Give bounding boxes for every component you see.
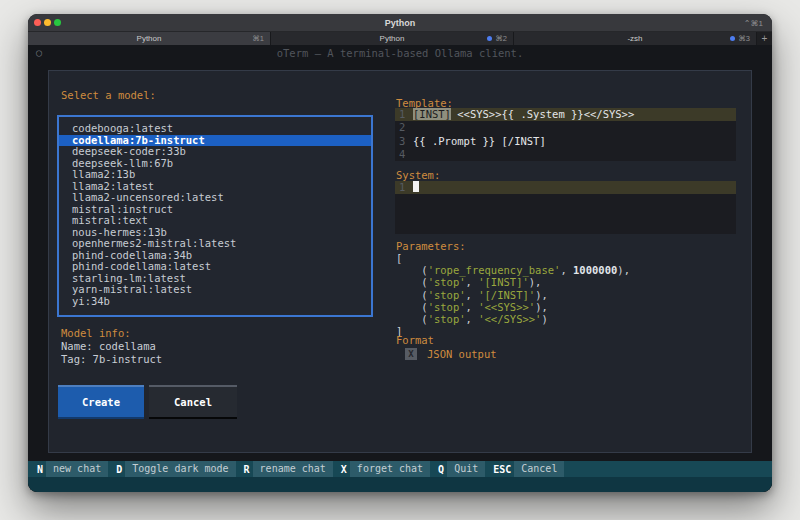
tab-label: Python xyxy=(380,34,405,43)
editor-text: <<SYS>>{{ .System }}<</SYS>> xyxy=(451,108,634,120)
param-punct: , xyxy=(466,276,479,288)
spinner-icon: ○ xyxy=(36,47,42,58)
model-list-item[interactable]: yi:34b xyxy=(59,296,371,308)
system-editor[interactable]: 1 xyxy=(395,181,736,234)
format-label: Format xyxy=(396,334,434,346)
param-string: 'stop' xyxy=(428,276,466,288)
json-output-label: JSON output xyxy=(427,348,497,360)
footer-binding-forget-chat[interactable]: Xforget chat xyxy=(338,461,430,477)
parameter-line: ('rope_frequency_base', 1000000), xyxy=(396,264,737,276)
tab-activity-dot-icon xyxy=(730,36,735,41)
param-string: 'rope_frequency_base' xyxy=(428,264,561,276)
footer-binding-toggle-dark-mode[interactable]: DToggle dark mode xyxy=(113,461,235,477)
footer-description: rename chat xyxy=(253,461,333,477)
tab-shortcut: ⌘3 xyxy=(738,34,750,43)
editor-text: {{ .Prompt }} [/INST] xyxy=(413,135,546,147)
footer-keybar: Nnew chatDToggle dark modeRrename chatXf… xyxy=(28,461,772,477)
tab-shortcut: ⌘1 xyxy=(252,34,264,43)
footer-key: D xyxy=(113,464,125,475)
footer-binding-new-chat[interactable]: Nnew chat xyxy=(34,461,108,477)
param-string: 'stop' xyxy=(428,301,466,313)
footer-key: ESC xyxy=(490,464,514,475)
line-number: 1 xyxy=(395,181,413,194)
model-list[interactable]: codebooga:latestcodellama:7b-instructdee… xyxy=(57,115,373,317)
footer-description: forget chat xyxy=(350,461,430,477)
close-window-button[interactable] xyxy=(34,19,41,26)
minimize-window-button[interactable] xyxy=(44,19,51,26)
model-info-label: Model info: xyxy=(61,327,131,339)
editor-line: 1 xyxy=(395,181,736,194)
footer-binding-rename-chat[interactable]: Rrename chat xyxy=(241,461,333,477)
model-list-item[interactable]: deepseek-coder:33b xyxy=(59,146,371,158)
parameters-label: Parameters: xyxy=(396,240,466,252)
param-punct: ), xyxy=(535,301,548,313)
footer-description: new chat xyxy=(46,461,108,477)
param-number: 1000000 xyxy=(573,264,617,276)
footer-description: Quit xyxy=(447,461,485,477)
select-model-label: Select a model: xyxy=(61,89,156,101)
model-list-item[interactable]: yarn-mistral:latest xyxy=(59,284,371,296)
json-output-option[interactable]: X JSON output xyxy=(405,348,497,360)
json-output-checkbox[interactable]: X xyxy=(405,348,417,360)
param-string: 'stop' xyxy=(428,289,466,301)
template-editor[interactable]: 1[INST] <<SYS>>{{ .System }}<</SYS>>23{{… xyxy=(395,108,736,161)
param-punct: [ xyxy=(396,252,402,264)
cancel-button[interactable]: Cancel xyxy=(149,385,237,419)
editor-line: 3{{ .Prompt }} [/INST] xyxy=(395,135,736,148)
model-list-item[interactable]: codebooga:latest xyxy=(59,123,371,135)
window-shortcut-hint: ⌃⌘1 xyxy=(744,19,763,28)
tab-meta: ⌘1 xyxy=(252,34,264,43)
param-punct: ), xyxy=(529,276,542,288)
footer-description: Toggle dark mode xyxy=(125,461,235,477)
param-punct: , xyxy=(466,289,479,301)
parameter-line: ('stop', '<</SYS>>') xyxy=(396,313,737,325)
footer-key: X xyxy=(338,464,350,475)
titlebar[interactable]: Python ⌃⌘1 xyxy=(28,14,772,32)
parameter-line: ] xyxy=(396,325,737,337)
text-cursor xyxy=(413,181,419,192)
footer-binding-cancel[interactable]: ESCCancel xyxy=(490,461,564,477)
param-punct: , xyxy=(560,264,573,276)
tab-bar: Python⌘1Python⌘2-zsh⌘3+ xyxy=(28,32,772,45)
footer-key: Q xyxy=(435,464,447,475)
tab-meta: ⌘2 xyxy=(487,34,507,43)
model-list-item[interactable]: llama2-uncensored:latest xyxy=(59,192,371,204)
traffic-lights xyxy=(34,14,61,31)
param-punct: ) xyxy=(541,313,547,325)
param-string: '<</SYS>>' xyxy=(478,313,541,325)
param-string: '[/INST]' xyxy=(478,289,535,301)
parameter-line: [ xyxy=(396,252,737,264)
model-dialog: Select a model: codebooga:latestcodellam… xyxy=(48,70,752,453)
app-header: ○ oTerm — A terminal-based Ollama client… xyxy=(28,47,772,60)
param-string: 'stop' xyxy=(428,313,466,325)
new-tab-button[interactable]: + xyxy=(757,32,772,45)
window-title: Python xyxy=(385,18,416,28)
footer-binding-quit[interactable]: QQuit xyxy=(435,461,485,477)
param-string: '[INST]' xyxy=(478,276,529,288)
footer-key: R xyxy=(241,464,253,475)
model-list-item[interactable]: phind-codellama:latest xyxy=(59,261,371,273)
model-list-item[interactable]: openhermes2-mistral:latest xyxy=(59,238,371,250)
tab-2[interactable]: Python⌘2 xyxy=(271,32,514,45)
tab-1[interactable]: Python⌘1 xyxy=(28,32,271,45)
model-list-item[interactable]: llama2:13b xyxy=(59,169,371,181)
terminal-screen: ○ oTerm — A terminal-based Ollama client… xyxy=(28,45,772,492)
line-number: 3 xyxy=(395,135,413,148)
zoom-window-button[interactable] xyxy=(54,19,61,26)
parameter-line: ('stop', '<<SYS>>'), xyxy=(396,301,737,313)
tab-label: -zsh xyxy=(627,34,642,43)
create-button[interactable]: Create xyxy=(58,385,144,419)
tab-shortcut: ⌘2 xyxy=(495,34,507,43)
tab-activity-dot-icon xyxy=(487,36,492,41)
model-info-tag: Tag: 7b-instruct xyxy=(61,353,162,366)
model-list-item[interactable]: mistral:text xyxy=(59,215,371,227)
line-number: 1 xyxy=(395,108,413,121)
tab-3[interactable]: -zsh⌘3 xyxy=(514,32,757,45)
param-punct: ), xyxy=(617,264,630,276)
tab-meta: ⌘3 xyxy=(730,34,750,43)
footer-pad xyxy=(28,477,772,492)
desktop: Python ⌃⌘1 Python⌘1Python⌘2-zsh⌘3+ ○ oTe… xyxy=(0,0,800,520)
app-title: oTerm — A terminal-based Ollama client. xyxy=(28,47,772,59)
system-label: System: xyxy=(396,169,440,181)
line-number: 2 xyxy=(395,121,413,134)
